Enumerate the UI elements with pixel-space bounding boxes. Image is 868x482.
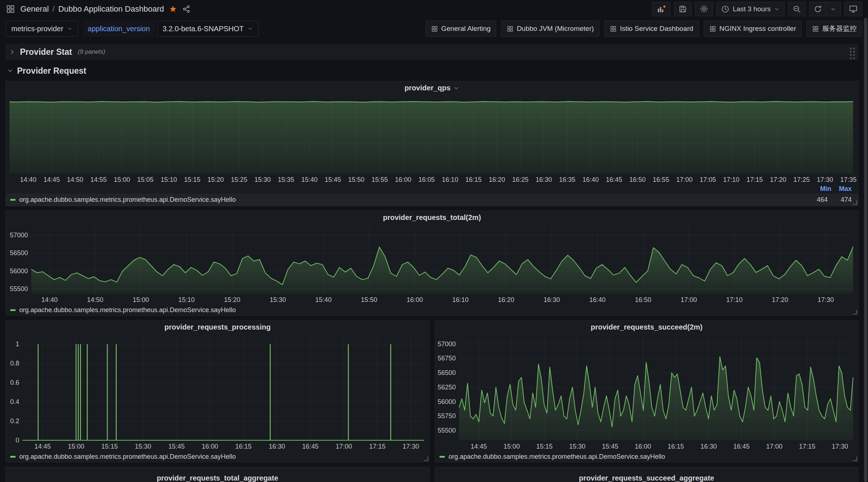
y-tick-label: 57000 [438,340,456,348]
x-tick-label: 16:40 [589,296,605,303]
x-tick-label: 15:50 [348,176,364,183]
series-color-swatch[interactable] [10,199,16,201]
dashboard-link-2[interactable]: Dubbo JVM (Micrometer) [501,21,599,37]
save-dashboard-button[interactable] [674,2,691,16]
top-nav: General / Dubbo Application Dashboard ★ [0,0,868,18]
y-tick-label: 0.2 [10,417,19,425]
panel-header[interactable]: provider_requests_succeed(2m) [435,320,858,334]
row-provider-stat[interactable]: Provider Stat (9 panels) [5,44,859,60]
legend-row[interactable]: org.apache.dubbo.samples.metrics.prometh… [6,451,429,462]
series-area-fill [31,246,853,294]
y-tick-label: 56250 [438,384,456,391]
x-tick-label: 17:10 [723,176,739,183]
favorite-star-icon[interactable]: ★ [169,5,177,13]
x-tick-label: 16:00 [395,176,411,183]
breadcrumb-section[interactable]: General [20,4,49,14]
series-label[interactable]: org.apache.dubbo.samples.metrics.prometh… [449,453,665,461]
legend-row[interactable]: org.apache.dubbo.samples.metrics.prometh… [6,305,858,315]
panel-title[interactable]: provider_requests_processing [165,323,271,331]
panel-title[interactable]: provider_requests_total_aggregate [157,474,278,482]
panel-header[interactable]: provider_requests_processing [6,320,429,334]
legend-min-header[interactable]: Min [811,185,831,193]
provider-requests-succeed-chart[interactable]: 14:4515:0015:1515:3015:4516:0016:1516:30… [435,334,858,451]
series-color-swatch[interactable] [10,309,16,311]
panel-title[interactable]: provider_requests_total(2m) [383,213,481,222]
provider-qps-chart[interactable]: 14:4014:4514:5014:5515:0015:0515:1015:15… [6,94,858,184]
dashboard-link-1[interactable]: General Alerting [426,21,496,37]
zoom-out-time-button[interactable] [788,2,806,16]
breadcrumb-page-title[interactable]: Dubbo Application Dashboard [58,4,164,14]
panel-title[interactable]: provider_qps [405,84,451,92]
x-tick-label: 15:45 [168,443,184,450]
x-tick-label: 16:20 [489,176,505,183]
panel-provider-requests-succeed-aggregate: provider_requests_succeed_aggregate [435,467,859,482]
x-tick-label: 17:15 [369,443,385,450]
add-panel-button[interactable] [652,2,670,16]
variable-provider-value: metrics-provider [11,25,63,33]
dashboard-settings-button[interactable] [695,2,713,16]
dashboard-link-3[interactable]: Istio Service Dashboard [604,21,699,37]
series-color-swatch[interactable] [439,456,445,458]
breadcrumb: General / Dubbo Application Dashboard [20,4,164,14]
chevron-down-icon [830,6,836,12]
row-panel-count: (9 panels) [78,48,105,56]
panel-title[interactable]: provider_requests_succeed_aggregate [579,474,714,482]
series-label[interactable]: org.apache.dubbo.samples.metrics.prometh… [19,453,236,461]
y-tick-label: 0 [16,437,19,444]
dashboard-link-label: Dubbo JVM (Micrometer) [517,25,594,33]
row-provider-request[interactable]: Provider Request [5,63,859,79]
panel-header[interactable]: provider_requests_total_aggregate [6,470,429,482]
y-tick-label: 55750 [438,412,456,420]
vertical-scrollbar[interactable] [864,18,867,482]
time-range-picker[interactable]: Last 3 hours [717,2,784,16]
x-tick-label: 16:15 [465,176,482,183]
variable-app-version-dropdown[interactable]: 3.2.0-beta.6-SNAPSHOT [157,21,259,37]
x-tick-label: 16:45 [733,443,750,450]
y-tick-label: 55500 [438,427,456,434]
x-tick-label: 16:10 [452,296,469,303]
dashboard-link-4[interactable]: NGINX Ingress controller [704,21,802,37]
legend-max-header[interactable]: Max [831,185,852,193]
row-drag-handle[interactable] [850,48,855,59]
dashboard-link-5[interactable]: 服务器监控 [807,21,862,37]
dashboards-grid-icon[interactable] [6,4,15,14]
row-title[interactable]: Provider Request [17,66,86,76]
dashboard-grid-icon [610,25,617,32]
dashboard-grid-icon [507,25,514,32]
series-color-swatch[interactable] [10,456,16,458]
x-tick-label: 15:50 [361,296,377,303]
legend-row[interactable]: org.apache.dubbo.samples.metrics.prometh… [6,193,858,206]
series-label[interactable]: org.apache.dubbo.samples.metrics.prometh… [19,306,236,314]
x-tick-label: 16:25 [512,176,528,183]
y-tick-label: 56500 [438,369,456,376]
x-tick-label: 17:20 [772,296,788,303]
panel-title[interactable]: provider_requests_succeed(2m) [591,323,703,331]
panel-menu-caret-icon[interactable] [453,85,459,91]
share-icon[interactable] [182,5,191,13]
y-tick-label: 56000 [438,398,456,405]
x-tick-label: 16:40 [583,176,599,183]
variable-provider-dropdown[interactable]: metrics-provider [6,21,78,37]
x-tick-label: 16:15 [235,443,252,450]
series-label[interactable]: org.apache.dubbo.samples.metrics.prometh… [19,196,236,204]
x-tick-label: 14:40 [41,296,58,303]
x-tick-label: 16:20 [498,296,514,303]
row-title[interactable]: Provider Stat [20,47,72,57]
panel-header[interactable]: provider_qps [6,81,858,94]
dashboard-link-label: NGINX Ingress controller [719,25,796,33]
x-tick-label: 17:20 [770,176,786,183]
x-tick-label: 15:05 [137,176,154,183]
panel-header[interactable]: provider_requests_total(2m) [6,211,858,224]
x-tick-label: 15:25 [231,176,247,183]
provider-requests-processing-chart[interactable]: 14:4515:0015:1515:3015:4516:0016:1516:30… [6,334,429,451]
dashboard-grid-icon [431,25,438,32]
panel-header[interactable]: provider_requests_succeed_aggregate [435,470,859,482]
legend-row[interactable]: org.apache.dubbo.samples.metrics.prometh… [435,451,858,462]
variable-app-version-label: application_version [82,21,155,37]
provider-requests-total-chart[interactable]: 14:4014:5015:0015:1015:2015:3015:4015:50… [6,224,858,305]
chevron-down-icon [7,68,13,74]
y-tick-label: 56750 [438,355,456,362]
panel-provider-qps: provider_qps 14:4014:4514:5014:5515:0015… [5,81,859,206]
refresh-button-group[interactable] [809,2,841,16]
kiosk-mode-button[interactable] [844,2,862,16]
